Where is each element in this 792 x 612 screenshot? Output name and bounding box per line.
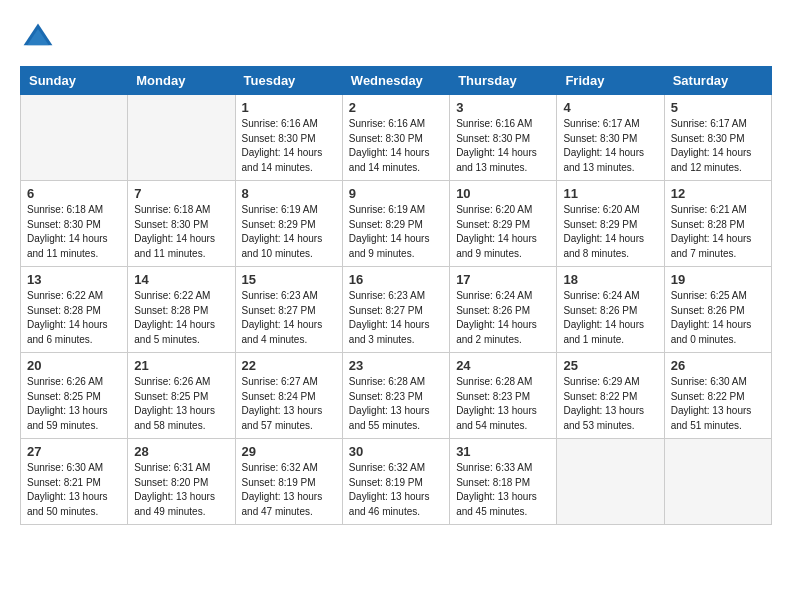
day-cell: 1Sunrise: 6:16 AM Sunset: 8:30 PM Daylig… — [235, 95, 342, 181]
week-row-3: 13Sunrise: 6:22 AM Sunset: 8:28 PM Dayli… — [21, 267, 772, 353]
day-cell: 25Sunrise: 6:29 AM Sunset: 8:22 PM Dayli… — [557, 353, 664, 439]
day-cell — [664, 439, 771, 525]
day-cell: 16Sunrise: 6:23 AM Sunset: 8:27 PM Dayli… — [342, 267, 449, 353]
day-info: Sunrise: 6:24 AM Sunset: 8:26 PM Dayligh… — [456, 289, 550, 347]
day-cell: 20Sunrise: 6:26 AM Sunset: 8:25 PM Dayli… — [21, 353, 128, 439]
day-info: Sunrise: 6:29 AM Sunset: 8:22 PM Dayligh… — [563, 375, 657, 433]
day-number: 9 — [349, 186, 443, 201]
day-info: Sunrise: 6:16 AM Sunset: 8:30 PM Dayligh… — [242, 117, 336, 175]
day-number: 24 — [456, 358, 550, 373]
day-info: Sunrise: 6:33 AM Sunset: 8:18 PM Dayligh… — [456, 461, 550, 519]
day-info: Sunrise: 6:17 AM Sunset: 8:30 PM Dayligh… — [671, 117, 765, 175]
week-row-1: 1Sunrise: 6:16 AM Sunset: 8:30 PM Daylig… — [21, 95, 772, 181]
day-info: Sunrise: 6:26 AM Sunset: 8:25 PM Dayligh… — [27, 375, 121, 433]
day-number: 28 — [134, 444, 228, 459]
week-row-4: 20Sunrise: 6:26 AM Sunset: 8:25 PM Dayli… — [21, 353, 772, 439]
day-info: Sunrise: 6:23 AM Sunset: 8:27 PM Dayligh… — [242, 289, 336, 347]
day-number: 4 — [563, 100, 657, 115]
page-header — [20, 20, 772, 56]
day-cell: 23Sunrise: 6:28 AM Sunset: 8:23 PM Dayli… — [342, 353, 449, 439]
weekday-sunday: Sunday — [21, 67, 128, 95]
day-number: 30 — [349, 444, 443, 459]
day-cell: 11Sunrise: 6:20 AM Sunset: 8:29 PM Dayli… — [557, 181, 664, 267]
day-info: Sunrise: 6:17 AM Sunset: 8:30 PM Dayligh… — [563, 117, 657, 175]
day-number: 25 — [563, 358, 657, 373]
day-info: Sunrise: 6:32 AM Sunset: 8:19 PM Dayligh… — [242, 461, 336, 519]
day-cell: 10Sunrise: 6:20 AM Sunset: 8:29 PM Dayli… — [450, 181, 557, 267]
day-cell: 27Sunrise: 6:30 AM Sunset: 8:21 PM Dayli… — [21, 439, 128, 525]
day-info: Sunrise: 6:25 AM Sunset: 8:26 PM Dayligh… — [671, 289, 765, 347]
day-number: 6 — [27, 186, 121, 201]
day-cell — [21, 95, 128, 181]
day-info: Sunrise: 6:21 AM Sunset: 8:28 PM Dayligh… — [671, 203, 765, 261]
day-cell: 2Sunrise: 6:16 AM Sunset: 8:30 PM Daylig… — [342, 95, 449, 181]
day-cell: 30Sunrise: 6:32 AM Sunset: 8:19 PM Dayli… — [342, 439, 449, 525]
day-cell — [128, 95, 235, 181]
week-row-5: 27Sunrise: 6:30 AM Sunset: 8:21 PM Dayli… — [21, 439, 772, 525]
day-number: 23 — [349, 358, 443, 373]
day-info: Sunrise: 6:16 AM Sunset: 8:30 PM Dayligh… — [456, 117, 550, 175]
day-info: Sunrise: 6:30 AM Sunset: 8:21 PM Dayligh… — [27, 461, 121, 519]
day-number: 26 — [671, 358, 765, 373]
day-cell: 6Sunrise: 6:18 AM Sunset: 8:30 PM Daylig… — [21, 181, 128, 267]
day-cell: 13Sunrise: 6:22 AM Sunset: 8:28 PM Dayli… — [21, 267, 128, 353]
calendar: SundayMondayTuesdayWednesdayThursdayFrid… — [20, 66, 772, 525]
day-cell — [557, 439, 664, 525]
day-info: Sunrise: 6:20 AM Sunset: 8:29 PM Dayligh… — [456, 203, 550, 261]
day-number: 27 — [27, 444, 121, 459]
day-number: 16 — [349, 272, 443, 287]
weekday-header-row: SundayMondayTuesdayWednesdayThursdayFrid… — [21, 67, 772, 95]
day-info: Sunrise: 6:24 AM Sunset: 8:26 PM Dayligh… — [563, 289, 657, 347]
day-cell: 29Sunrise: 6:32 AM Sunset: 8:19 PM Dayli… — [235, 439, 342, 525]
day-cell: 3Sunrise: 6:16 AM Sunset: 8:30 PM Daylig… — [450, 95, 557, 181]
day-cell: 14Sunrise: 6:22 AM Sunset: 8:28 PM Dayli… — [128, 267, 235, 353]
day-info: Sunrise: 6:20 AM Sunset: 8:29 PM Dayligh… — [563, 203, 657, 261]
day-cell: 31Sunrise: 6:33 AM Sunset: 8:18 PM Dayli… — [450, 439, 557, 525]
day-number: 18 — [563, 272, 657, 287]
day-number: 3 — [456, 100, 550, 115]
day-number: 21 — [134, 358, 228, 373]
day-info: Sunrise: 6:22 AM Sunset: 8:28 PM Dayligh… — [134, 289, 228, 347]
day-number: 29 — [242, 444, 336, 459]
day-info: Sunrise: 6:32 AM Sunset: 8:19 PM Dayligh… — [349, 461, 443, 519]
day-number: 11 — [563, 186, 657, 201]
weekday-friday: Friday — [557, 67, 664, 95]
day-cell: 12Sunrise: 6:21 AM Sunset: 8:28 PM Dayli… — [664, 181, 771, 267]
day-number: 12 — [671, 186, 765, 201]
day-info: Sunrise: 6:30 AM Sunset: 8:22 PM Dayligh… — [671, 375, 765, 433]
day-number: 7 — [134, 186, 228, 201]
day-cell: 7Sunrise: 6:18 AM Sunset: 8:30 PM Daylig… — [128, 181, 235, 267]
day-cell: 28Sunrise: 6:31 AM Sunset: 8:20 PM Dayli… — [128, 439, 235, 525]
day-info: Sunrise: 6:26 AM Sunset: 8:25 PM Dayligh… — [134, 375, 228, 433]
day-cell: 5Sunrise: 6:17 AM Sunset: 8:30 PM Daylig… — [664, 95, 771, 181]
day-info: Sunrise: 6:28 AM Sunset: 8:23 PM Dayligh… — [456, 375, 550, 433]
day-cell: 22Sunrise: 6:27 AM Sunset: 8:24 PM Dayli… — [235, 353, 342, 439]
day-number: 20 — [27, 358, 121, 373]
day-cell: 9Sunrise: 6:19 AM Sunset: 8:29 PM Daylig… — [342, 181, 449, 267]
weekday-saturday: Saturday — [664, 67, 771, 95]
day-cell: 24Sunrise: 6:28 AM Sunset: 8:23 PM Dayli… — [450, 353, 557, 439]
day-cell: 21Sunrise: 6:26 AM Sunset: 8:25 PM Dayli… — [128, 353, 235, 439]
day-info: Sunrise: 6:18 AM Sunset: 8:30 PM Dayligh… — [134, 203, 228, 261]
day-number: 2 — [349, 100, 443, 115]
day-number: 19 — [671, 272, 765, 287]
weekday-thursday: Thursday — [450, 67, 557, 95]
day-info: Sunrise: 6:28 AM Sunset: 8:23 PM Dayligh… — [349, 375, 443, 433]
day-cell: 15Sunrise: 6:23 AM Sunset: 8:27 PM Dayli… — [235, 267, 342, 353]
day-number: 1 — [242, 100, 336, 115]
day-cell: 17Sunrise: 6:24 AM Sunset: 8:26 PM Dayli… — [450, 267, 557, 353]
day-cell: 19Sunrise: 6:25 AM Sunset: 8:26 PM Dayli… — [664, 267, 771, 353]
day-cell: 18Sunrise: 6:24 AM Sunset: 8:26 PM Dayli… — [557, 267, 664, 353]
day-number: 17 — [456, 272, 550, 287]
week-row-2: 6Sunrise: 6:18 AM Sunset: 8:30 PM Daylig… — [21, 181, 772, 267]
day-number: 13 — [27, 272, 121, 287]
day-number: 8 — [242, 186, 336, 201]
day-info: Sunrise: 6:19 AM Sunset: 8:29 PM Dayligh… — [349, 203, 443, 261]
day-number: 14 — [134, 272, 228, 287]
day-number: 22 — [242, 358, 336, 373]
day-number: 10 — [456, 186, 550, 201]
day-number: 31 — [456, 444, 550, 459]
weekday-monday: Monday — [128, 67, 235, 95]
day-info: Sunrise: 6:31 AM Sunset: 8:20 PM Dayligh… — [134, 461, 228, 519]
day-number: 15 — [242, 272, 336, 287]
